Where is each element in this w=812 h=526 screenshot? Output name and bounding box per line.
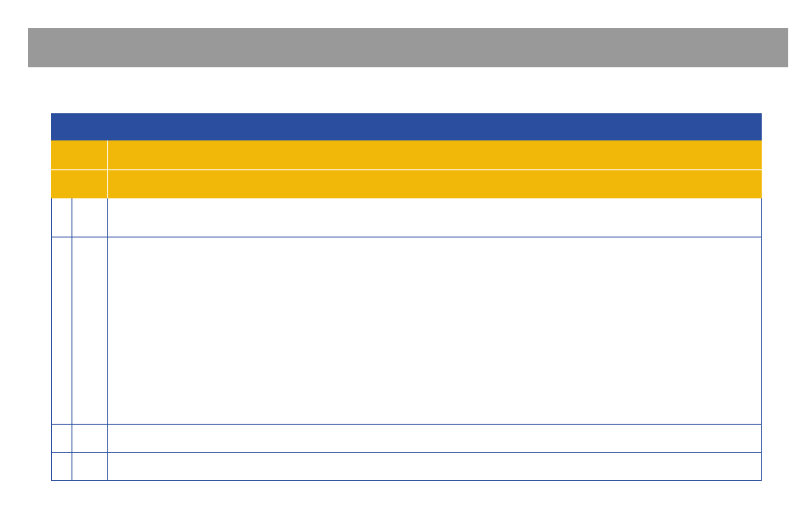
table-row [52, 424, 761, 452]
table-cell [108, 425, 761, 452]
yellow-cell-left [51, 170, 108, 198]
yellow-cell-left [51, 140, 108, 169]
yellow-row [51, 169, 762, 198]
table-header-blue [51, 113, 762, 140]
table-cell [52, 237, 72, 424]
table-cell [108, 453, 761, 480]
table [51, 113, 762, 481]
table-cell [72, 237, 108, 424]
table-cell [108, 237, 761, 424]
header-bar [28, 28, 788, 67]
table-row [52, 452, 761, 480]
yellow-row [51, 140, 762, 169]
table-cell [72, 425, 108, 452]
yellow-cell-right [108, 140, 762, 169]
page [0, 0, 812, 526]
table-row [52, 198, 761, 237]
table-row [52, 237, 761, 424]
table-cell [72, 453, 108, 480]
yellow-cell-right [108, 170, 762, 198]
table-header-yellow-group [51, 140, 762, 198]
table-cell [52, 198, 72, 237]
table-cell [108, 198, 761, 237]
table-cell [72, 198, 108, 237]
table-cell [52, 453, 72, 480]
table-cell [52, 425, 72, 452]
table-body [51, 198, 762, 481]
